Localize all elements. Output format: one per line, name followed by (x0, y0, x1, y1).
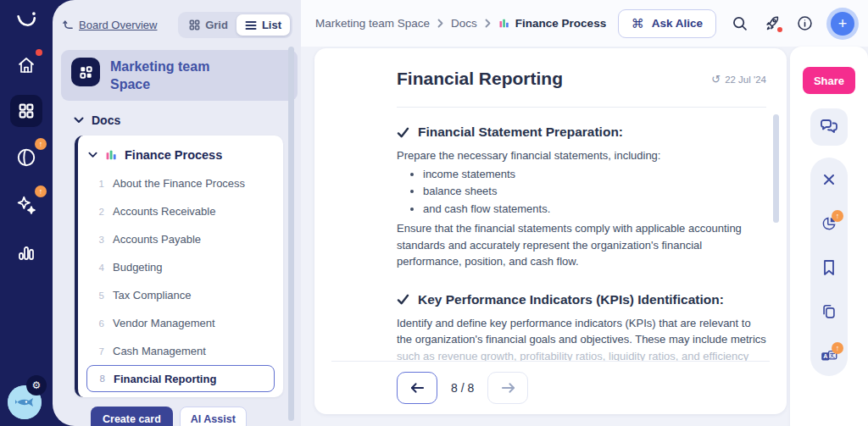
list-view-icon (245, 20, 257, 30)
alice-knot-icon: ⌘ (632, 16, 644, 31)
page-navigation: 8 / 8 (331, 361, 770, 414)
view-toggle: Grid List (178, 12, 292, 38)
document-body: Financial Statement Preparation: Prepare… (314, 108, 787, 361)
back-arrow-icon (63, 19, 74, 30)
grid-view-button[interactable]: Grid (181, 14, 236, 36)
topbar: Marketing team Space Docs Finance Proces… (301, 0, 868, 47)
doc-item-label: Budgeting (113, 261, 163, 274)
ai-assist-button[interactable]: AI Assist (180, 407, 247, 426)
share-button[interactable]: Share (803, 67, 855, 94)
faded-truncated-line: such as revenue growth, profitability ra… (397, 348, 766, 361)
finance-process-node[interactable]: Finance Process (78, 142, 283, 169)
breadcrumb: Marketing team Space Docs Finance Proces… (315, 17, 606, 30)
ask-alice-button[interactable]: ⌘ Ask Alice (618, 9, 716, 38)
translate-letter: A (823, 353, 827, 360)
panel-scrollbar[interactable] (288, 47, 294, 421)
app-logo-icon[interactable] (12, 7, 41, 36)
analytics-bars-icon[interactable] (12, 238, 41, 267)
breadcrumb-current-label: Finance Process (515, 17, 606, 30)
doc-item-8-selected[interactable]: 8 Financial Reporting (86, 365, 275, 392)
doc-item-label: About the Finance Process (113, 177, 245, 190)
upgrade-badge: ↑ (832, 210, 843, 222)
split-circle-icon[interactable]: ↑ (12, 143, 41, 172)
upgrade-badge: ↑ (832, 342, 843, 354)
ask-alice-label: Ask Alice (652, 17, 703, 30)
section-heading-1: Financial Statement Preparation: (397, 124, 766, 140)
doc-item-number: 5 (97, 290, 104, 301)
bullet-item: and cash flow statements. (423, 202, 766, 218)
doc-item-number: 1 (97, 179, 104, 189)
doc-item-6[interactable]: 6 Vendor Management (78, 309, 283, 337)
doc-item-label: Financial Reporting (114, 373, 216, 385)
doc-item-number: 6 (97, 318, 104, 329)
space-header[interactable]: Marketing team Space (61, 50, 298, 101)
upgrade-badge: ↑ (35, 185, 47, 197)
user-area: ⚙ (8, 379, 45, 419)
rocket-icon[interactable] (763, 14, 782, 33)
docs-section-toggle[interactable]: Docs (74, 113, 301, 127)
previous-page-button[interactable] (397, 372, 437, 404)
doc-item-3[interactable]: 3 Accounts Payable (78, 225, 283, 253)
section-heading-text: Key Performance Indicators (KPIs) Identi… (418, 292, 724, 307)
doc-item-label: Accounts Receivable (113, 205, 215, 218)
create-card-button[interactable]: Create card (91, 407, 173, 426)
board-overview-label: Board Overview (79, 19, 157, 31)
info-icon[interactable] (796, 14, 814, 32)
space-icon (71, 58, 100, 86)
chevron-down-icon (74, 117, 84, 124)
document-card: Financial Reporting ↺ 22 Jul '24 Financi… (314, 48, 787, 414)
close-icon[interactable] (821, 171, 837, 188)
add-button[interactable]: + (831, 12, 854, 36)
doc-item-number: 8 (97, 373, 105, 384)
check-icon (397, 294, 409, 305)
chevron-right-icon (437, 19, 443, 28)
grid-view-icon (189, 19, 200, 30)
version-history[interactable]: ↺ 22 Jul '24 (711, 74, 766, 85)
doc-item-number: 2 (97, 207, 104, 217)
pie-chart-icon[interactable]: ↑ (821, 215, 837, 232)
page-count: 8 / 8 (451, 381, 474, 395)
doc-item-label: Accounts Payable (113, 233, 201, 246)
doc-item-4[interactable]: 4 Budgeting (78, 253, 283, 281)
topbar-actions: ⌘ Ask Alice (618, 9, 854, 38)
spaces-grid-icon[interactable] (10, 95, 42, 127)
comments-icon[interactable] (810, 108, 848, 146)
list-view-button[interactable]: List (236, 14, 290, 36)
breadcrumb-docs[interactable]: Docs (451, 17, 477, 30)
chevron-down-icon (88, 152, 97, 158)
translate-icon[interactable]: A ↑ (821, 347, 837, 364)
breadcrumb-current[interactable]: Finance Process (498, 17, 606, 30)
doc-item-2[interactable]: 2 Accounts Receivable (78, 197, 283, 225)
next-page-button[interactable] (487, 372, 528, 404)
grid-view-label: Grid (205, 19, 228, 31)
document-header: Financial Reporting ↺ 22 Jul '24 (314, 48, 787, 89)
main-area: Marketing team Space Docs Finance Proces… (301, 0, 868, 426)
doc-item-7[interactable]: 7 Cash Management (78, 337, 283, 365)
section-paragraph: Ensure that the financial statements com… (397, 220, 766, 270)
chart-emoji-icon (498, 18, 509, 29)
document-date: 22 Jul '24 (725, 75, 766, 85)
doc-item-5[interactable]: 5 Tax Compliance (78, 281, 283, 309)
section-heading-text: Financial Statement Preparation: (418, 124, 623, 140)
finance-process-label: Finance Process (125, 148, 222, 162)
doc-item-label: Cash Management (113, 345, 206, 357)
home-icon[interactable] (12, 51, 41, 80)
chart-emoji-icon (105, 149, 117, 161)
ai-sparkles-icon[interactable]: ↑ (12, 191, 41, 219)
board-panel: Board Overview Grid List (53, 0, 301, 426)
section-paragraph-text: Identify and define key performance indi… (397, 317, 766, 346)
copy-icon[interactable] (821, 303, 837, 320)
right-toolbar: Share ↑ (790, 47, 868, 426)
settings-gear-icon[interactable]: ⚙ (26, 375, 47, 396)
doc-item-1[interactable]: 1 About the Finance Process (78, 169, 283, 197)
doc-item-number: 4 (97, 263, 104, 273)
bookmark-icon[interactable] (821, 259, 837, 276)
section-heading-2: Key Performance Indicators (KPIs) Identi… (397, 292, 766, 307)
docs-section-label: Docs (92, 113, 120, 127)
search-icon[interactable] (731, 14, 748, 32)
breadcrumb-space[interactable]: Marketing team Space (315, 17, 430, 30)
document-scrollbar[interactable] (773, 114, 779, 223)
bullet-list: income statements balance sheets and cas… (397, 167, 766, 219)
section-paragraph: Prepare the necessary financial statemen… (397, 147, 766, 164)
board-overview-link[interactable]: Board Overview (63, 19, 157, 31)
